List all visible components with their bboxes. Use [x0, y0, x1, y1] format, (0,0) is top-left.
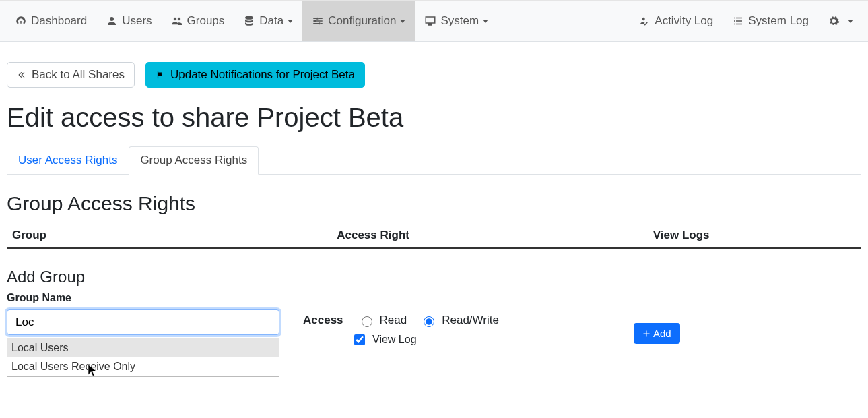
svg-point-2 — [319, 22, 321, 24]
nav-configuration-label: Configuration — [328, 14, 396, 28]
chevron-down-icon — [288, 20, 293, 23]
col-group: Group — [7, 223, 331, 248]
nav-dashboard[interactable]: Dashboard — [5, 1, 96, 41]
back-to-shares-button[interactable]: Back to All Shares — [7, 62, 135, 88]
view-log-label: View Log — [372, 334, 417, 346]
access-readwrite-label: Read/Write — [442, 314, 499, 327]
nav-users-label: Users — [122, 14, 152, 28]
tabs: User Access Rights Group Access Rights — [7, 146, 861, 175]
chevron-down-icon — [400, 20, 405, 23]
nav-system-log[interactable]: System Log — [723, 1, 818, 41]
access-readwrite-option[interactable]: Read/Write — [420, 314, 499, 327]
nav-groups[interactable]: Groups — [162, 1, 234, 41]
nav-activity-log-label: Activity Log — [655, 14, 713, 28]
autocomplete-dropdown: Local Users Local Users Receive Only — [7, 338, 279, 377]
page-title: Edit access to share Project Beta — [7, 102, 861, 133]
top-navbar: Dashboard Users Groups Data Configuratio… — [0, 0, 868, 42]
access-label: Access — [303, 314, 343, 327]
user-check-icon — [638, 15, 650, 27]
monitor-icon — [424, 15, 436, 27]
svg-point-1 — [314, 20, 316, 22]
flag-icon — [156, 70, 165, 80]
nav-system[interactable]: System — [415, 1, 498, 41]
plus-icon — [642, 330, 650, 338]
database-icon — [243, 15, 255, 27]
access-read-label: Read — [380, 314, 407, 327]
add-group-title: Add Group — [7, 268, 861, 287]
angles-left-icon — [17, 70, 26, 80]
col-view-logs: View Logs — [648, 223, 861, 248]
add-button-label: Add — [653, 328, 671, 339]
gear-icon — [828, 15, 840, 27]
gauge-icon — [15, 15, 27, 27]
nav-data-label: Data — [259, 14, 283, 28]
nav-data[interactable]: Data — [234, 1, 302, 41]
autocomplete-option[interactable]: Local Users — [7, 338, 279, 357]
chevron-down-icon — [848, 20, 853, 23]
view-log-checkbox[interactable] — [354, 334, 365, 345]
tab-user-access[interactable]: User Access Rights — [7, 146, 129, 175]
nav-dashboard-label: Dashboard — [31, 14, 87, 28]
group-name-label: Group Name — [7, 292, 861, 304]
sliders-icon — [312, 15, 324, 27]
svg-point-0 — [316, 18, 319, 20]
rights-table: Group Access Right View Logs — [7, 223, 861, 249]
add-button[interactable]: Add — [634, 323, 680, 344]
autocomplete-option[interactable]: Local Users Receive Only — [7, 357, 279, 376]
nav-system-label: System — [440, 14, 479, 28]
tab-group-access[interactable]: Group Access Rights — [129, 146, 259, 175]
section-title: Group Access Rights — [7, 192, 861, 215]
access-readwrite-radio[interactable] — [424, 316, 434, 327]
back-button-label: Back to All Shares — [32, 68, 125, 82]
users-icon — [171, 15, 183, 27]
nav-settings[interactable] — [818, 1, 863, 41]
access-read-option[interactable]: Read — [358, 314, 407, 327]
nav-activity-log[interactable]: Activity Log — [629, 1, 723, 41]
update-notifications-button[interactable]: Update Notifications for Project Beta — [145, 62, 365, 88]
nav-users[interactable]: Users — [96, 1, 161, 41]
chevron-down-icon — [483, 20, 488, 23]
col-access: Access Right — [331, 223, 648, 248]
list-icon — [732, 15, 744, 27]
group-name-input[interactable] — [7, 309, 279, 335]
nav-groups-label: Groups — [187, 14, 225, 28]
update-button-label: Update Notifications for Project Beta — [170, 68, 355, 82]
access-read-radio[interactable] — [362, 316, 372, 327]
nav-system-log-label: System Log — [748, 14, 809, 28]
nav-configuration[interactable]: Configuration — [302, 1, 415, 41]
user-icon — [106, 15, 118, 27]
